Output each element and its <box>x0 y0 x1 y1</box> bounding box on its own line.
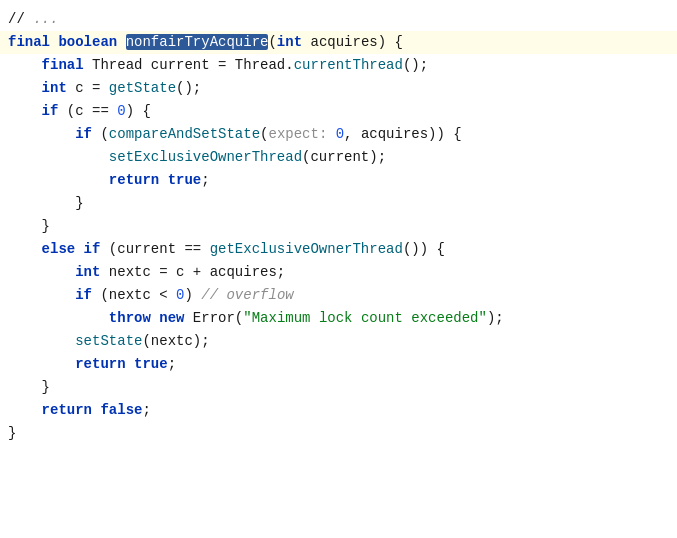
code-token: (c == <box>58 103 117 119</box>
code-token: ; <box>168 356 176 372</box>
code-token: c = <box>67 80 109 96</box>
code-token: (); <box>176 80 201 96</box>
code-line: setState(nextc); <box>0 330 677 353</box>
code-line: } <box>0 192 677 215</box>
code-token: if <box>42 103 59 119</box>
code-token: } <box>42 379 50 395</box>
code-token: // <box>8 11 33 27</box>
code-token: if <box>75 126 92 142</box>
code-token: (current); <box>302 149 386 165</box>
code-line: return true; <box>0 169 677 192</box>
code-token: // overflow <box>201 287 293 303</box>
code-line: final boolean nonfairTryAcquire(int acqu… <box>0 31 677 54</box>
code-line: int c = getState(); <box>0 77 677 100</box>
code-token: setState <box>75 333 142 349</box>
code-line: } <box>0 376 677 399</box>
code-token: (current == <box>100 241 209 257</box>
code-token: true <box>168 172 202 188</box>
code-token: ( <box>268 34 276 50</box>
code-token: return <box>75 356 134 372</box>
code-token: ()) { <box>403 241 445 257</box>
code-token: acquires) { <box>302 34 403 50</box>
code-token: false <box>100 402 142 418</box>
code-token: return <box>109 172 168 188</box>
code-line: if (nextc < 0) // overflow <box>0 284 677 307</box>
code-token: else if <box>42 241 101 257</box>
code-token: (nextc < <box>92 287 176 303</box>
code-token: if <box>75 287 92 303</box>
code-token: ) { <box>126 103 151 119</box>
code-token: currentThread <box>294 57 403 73</box>
code-token: final boolean <box>8 34 126 50</box>
code-token: int <box>75 264 100 280</box>
code-token: expect: <box>268 126 335 142</box>
code-token: true <box>134 356 168 372</box>
code-token: } <box>42 218 50 234</box>
code-line: } <box>0 422 677 445</box>
code-line: else if (current == getExclusiveOwnerThr… <box>0 238 677 261</box>
code-token: int <box>42 80 67 96</box>
code-token: Error( <box>193 310 243 326</box>
code-token: Thread current = Thread. <box>92 57 294 73</box>
code-token: ); <box>487 310 504 326</box>
code-token: ... <box>33 11 58 27</box>
code-token: ; <box>201 172 209 188</box>
code-token: } <box>8 425 16 441</box>
code-token: getExclusiveOwnerThread <box>210 241 403 257</box>
code-token: setExclusiveOwnerThread <box>109 149 302 165</box>
code-token: final <box>42 57 92 73</box>
code-token: nextc = c + acquires; <box>100 264 285 280</box>
code-token: (nextc); <box>142 333 209 349</box>
code-token: } <box>75 195 83 211</box>
code-token: 0 <box>117 103 125 119</box>
code-token: compareAndSetState <box>109 126 260 142</box>
code-line: // ... <box>0 8 677 31</box>
code-token: 0 <box>336 126 344 142</box>
code-line: return false; <box>0 399 677 422</box>
code-line: final Thread current = Thread.currentThr… <box>0 54 677 77</box>
code-editor: // ...final boolean nonfairTryAcquire(in… <box>0 0 677 538</box>
code-token: int <box>277 34 302 50</box>
code-token: ( <box>92 126 109 142</box>
code-token: "Maximum lock count exceeded" <box>243 310 487 326</box>
code-token: getState <box>109 80 176 96</box>
code-line: return true; <box>0 353 677 376</box>
code-token: new <box>159 310 193 326</box>
code-token: , acquires)) { <box>344 126 462 142</box>
code-token: throw <box>109 310 159 326</box>
code-line: if (compareAndSetState(expect: 0, acquir… <box>0 123 677 146</box>
code-line: setExclusiveOwnerThread(current); <box>0 146 677 169</box>
code-line: if (c == 0) { <box>0 100 677 123</box>
code-token: (); <box>403 57 428 73</box>
code-token: ) <box>184 287 201 303</box>
code-line: throw new Error("Maximum lock count exce… <box>0 307 677 330</box>
code-token: return <box>42 402 101 418</box>
code-token: ; <box>142 402 150 418</box>
code-line: int nextc = c + acquires; <box>0 261 677 284</box>
code-token: nonfairTryAcquire <box>126 34 269 50</box>
code-line: } <box>0 215 677 238</box>
